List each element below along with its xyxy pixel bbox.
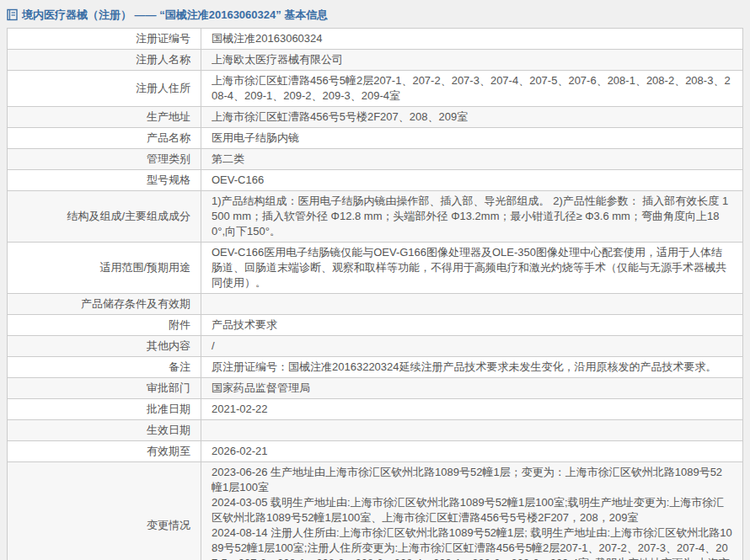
table-row-expiry-date: 有效期至 2026-02-21 (8, 441, 743, 462)
row-value: 上海欧太医疗器械有限公司 (201, 50, 743, 71)
table-row-other-content: 其他内容 / (8, 336, 743, 357)
row-label: 注册人住所 (8, 71, 201, 107)
page-header: 境内医疗器械（注册） —— “国械注准20163060324” 基本信息 (0, 0, 750, 28)
row-label: 注册人名称 (8, 50, 201, 71)
row-value: 国家药品监督管理局 (201, 378, 743, 399)
row-label: 注册证编号 (8, 29, 201, 50)
row-value: 上海市徐汇区虹漕路456号5幢2层207-1、207-2、207-3、207-4… (201, 71, 743, 107)
row-value: 2023-06-26 生产地址由上海市徐汇区钦州北路1089号52幢1层；变更为… (201, 462, 743, 560)
table-row-management-class: 管理类别 第二类 (8, 149, 743, 170)
row-value: 原注册证编号：国械注准20163220324延续注册产品技术要求未发生变化，沿用… (201, 357, 743, 378)
table-row-approval-date: 批准日期 2021-02-22 (8, 399, 743, 420)
row-value: 上海市徐汇区虹漕路456号5号楼2F207、208、209室 (201, 107, 743, 128)
table-row-approval-department: 审批部门 国家药品监督管理局 (8, 378, 743, 399)
row-value: 1)产品结构组成：医用电子结肠内镜由操作部、插入部、导光部组成。 2)产品性能参… (201, 191, 743, 243)
row-label: 批准日期 (8, 399, 201, 420)
change-history-line: 2023-06-26 生产地址由上海市徐汇区钦州北路1089号52幢1层；变更为… (212, 465, 732, 495)
row-value: 2021-02-22 (201, 399, 743, 420)
row-value: 国械注准20163060324 (201, 29, 743, 50)
row-label: 备注 (8, 357, 201, 378)
table-row-production-address: 生产地址 上海市徐汇区虹漕路456号5号楼2F207、208、209室 (8, 107, 743, 128)
row-label: 其他内容 (8, 336, 201, 357)
table-row-registration-number: 注册证编号 国械注准20163060324 (8, 29, 743, 50)
table-row-structure-composition: 结构及组成/主要组成成分 1)产品结构组成：医用电子结肠内镜由操作部、插入部、导… (8, 191, 743, 243)
row-label: 产品名称 (8, 128, 201, 149)
row-label: 审批部门 (8, 378, 201, 399)
table-row-effective-date: 生效日期 (8, 420, 743, 441)
row-label: 附件 (8, 315, 201, 336)
table-row-remarks: 备注 原注册证编号：国械注准20163220324延续注册产品技术要求未发生变化… (8, 357, 743, 378)
row-label: 适用范围/预期用途 (8, 243, 201, 294)
table-row-attachment: 附件 产品技术要求 (8, 315, 743, 336)
table-row-product-name: 产品名称 医用电子结肠内镜 (8, 128, 743, 149)
table-row-registrant-address: 注册人住所 上海市徐汇区虹漕路456号5幢2层207-1、207-2、207-3… (8, 71, 743, 107)
table-row-registrant-name: 注册人名称 上海欧太医疗器械有限公司 (8, 50, 743, 71)
row-value: / (201, 336, 743, 357)
table-row-storage-conditions: 产品储存条件及有效期 (8, 294, 743, 315)
table-row-change-history: 变更情况 2023-06-26 生产地址由上海市徐汇区钦州北路1089号52幢1… (8, 462, 743, 560)
row-label: 产品储存条件及有效期 (8, 294, 201, 315)
row-label: 变更情况 (8, 462, 201, 560)
row-value: 2026-02-21 (201, 441, 743, 462)
row-value: OEV-C166医用电子结肠镜仅能与OEV-G166图像处理器及OLE-350图… (201, 243, 743, 294)
row-value: 产品技术要求 (201, 315, 743, 336)
row-value: OEV-C166 (201, 170, 743, 191)
row-value: 医用电子结肠内镜 (201, 128, 743, 149)
registration-info-table: 注册证编号 国械注准20163060324 注册人名称 上海欧太医疗器械有限公司… (7, 28, 743, 560)
page-title: 境内医疗器械（注册） —— “国械注准20163060324” 基本信息 (22, 8, 328, 23)
table-row-model-spec: 型号规格 OEV-C166 (8, 170, 743, 191)
change-history-line: 2024-03-05 载明生产地址由:上海市徐汇区钦州北路1089号52幢1层1… (212, 495, 732, 525)
row-label: 管理类别 (8, 149, 201, 170)
row-label: 结构及组成/主要组成成分 (8, 191, 201, 243)
row-value (201, 294, 743, 315)
document-icon (7, 8, 18, 21)
row-value: 第二类 (201, 149, 743, 170)
row-value (201, 420, 743, 441)
change-history-line: 2024-08-14 注册人住所由:上海市徐汇区钦州北路1089号52幢1层; … (212, 525, 732, 560)
table-row-intended-use: 适用范围/预期用途 OEV-C166医用电子结肠镜仅能与OEV-G166图像处理… (8, 243, 743, 294)
row-label: 生效日期 (8, 420, 201, 441)
row-label: 型号规格 (8, 170, 201, 191)
row-label: 生产地址 (8, 107, 201, 128)
row-label: 有效期至 (8, 441, 201, 462)
